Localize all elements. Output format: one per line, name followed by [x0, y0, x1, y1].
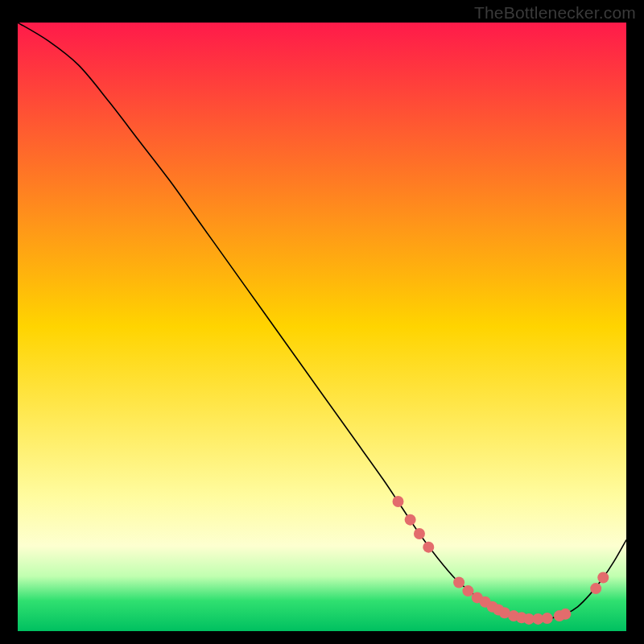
marker-dot [393, 496, 404, 507]
marker-dot [453, 577, 464, 588]
marker-dot [462, 585, 473, 597]
chart-container: TheBottlenecker.com [0, 0, 644, 644]
gradient-background [18, 23, 626, 631]
marker-dot [423, 542, 434, 553]
marker-dot [590, 583, 601, 594]
marker-dot [405, 514, 416, 526]
marker-dot [542, 613, 553, 624]
marker-dot [559, 609, 571, 620]
chart-svg [18, 23, 626, 631]
marker-dot [597, 572, 609, 583]
plot-area [18, 23, 626, 631]
watermark-label: TheBottlenecker.com [474, 3, 636, 23]
marker-dot [414, 528, 425, 539]
